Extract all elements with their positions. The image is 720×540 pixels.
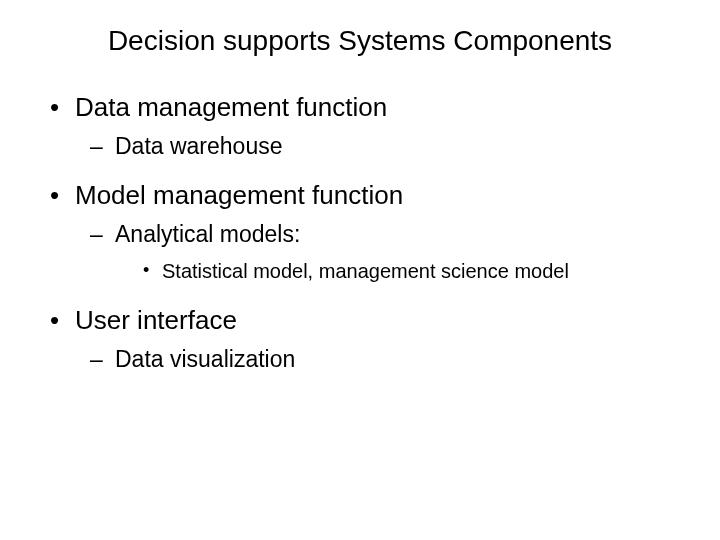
list-item: User interface — [45, 305, 700, 336]
list-item: Statistical model, management science mo… — [140, 260, 700, 283]
list-item: Model management function — [45, 180, 700, 211]
list-item: Data management function — [45, 92, 700, 123]
list-item: Data warehouse — [90, 133, 700, 160]
slide-title: Decision supports Systems Components — [20, 25, 700, 57]
list-item: Data visualization — [90, 346, 700, 373]
list-item: Analytical models: — [90, 221, 700, 248]
